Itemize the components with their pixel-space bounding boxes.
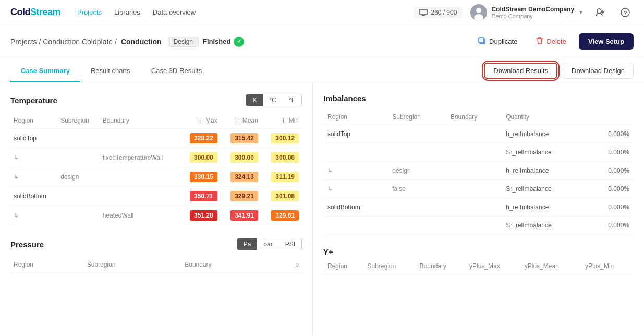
tabs-bar: Case Summary Result charts Case 3D Resul…: [0, 58, 644, 83]
td-tmin: 300.00: [261, 148, 302, 167]
top-nav: ColdStream Projects Libraries Data overv…: [0, 0, 644, 25]
td-region: ↳: [10, 206, 57, 225]
temperature-row: solidBottom 350.71 329.21 301.08: [10, 187, 302, 206]
icol-quantity: Quantity: [502, 111, 587, 125]
td-region: ↳: [10, 148, 57, 167]
td-ivalue: 0.000%: [587, 198, 634, 217]
svg-point-3: [476, 8, 481, 13]
td-tmean: 324.13: [221, 167, 261, 187]
nav-data-overview[interactable]: Data overview: [153, 8, 196, 16]
imbalance-row: solidBottom h_relImbalance 0.000%: [323, 198, 634, 217]
col-region: Region: [10, 115, 57, 129]
td-boundary: [100, 129, 180, 148]
duplicate-button[interactable]: Duplicate: [471, 33, 524, 50]
td-tmax: 330.15: [180, 167, 221, 187]
td-iquantity: Sr_relImbalance: [502, 143, 587, 162]
td-iquantity: h_relImbalance: [502, 162, 587, 180]
tab-case-summary[interactable]: Case Summary: [10, 59, 80, 82]
pressure-title: Pressure: [10, 240, 44, 249]
svg-text:?: ?: [624, 9, 627, 16]
unit-f-button[interactable]: °F: [283, 94, 301, 106]
td-iquantity: Sr_relImbalance: [502, 180, 587, 198]
view-setup-button[interactable]: View Setup: [579, 33, 634, 50]
pcol-region: Region: [10, 259, 84, 273]
col-tmax: T_Max: [180, 115, 221, 129]
y-plus-table: Region Subregion Boundary yPlus_Max yPlu…: [323, 260, 634, 274]
td-tmax: 300.00: [180, 148, 221, 167]
col-tmin: T_Min: [261, 115, 302, 129]
credits-text: 260 / 900: [431, 9, 457, 16]
credits-badge: 260 / 900: [414, 7, 462, 18]
download-results-button[interactable]: Download Results: [484, 63, 557, 79]
breadcrumb-path: Projects / Conduction Coldplate /: [10, 38, 117, 46]
td-ivalue: 0.000%: [587, 125, 634, 143]
td-tmean: 329.21: [221, 187, 261, 206]
unit-psi-button[interactable]: PSI: [279, 238, 301, 250]
td-iquantity: Sr_relImbalance: [502, 217, 587, 235]
ycol-region: Region: [323, 260, 363, 274]
td-iquantity: h_relImbalance: [502, 198, 587, 217]
td-tmean: 300.00: [221, 148, 261, 167]
design-badge: Design: [168, 37, 199, 47]
user-role: Demo Company: [491, 13, 574, 19]
unit-pa-button[interactable]: Pa: [237, 238, 258, 250]
chevron-down-icon: ▼: [578, 9, 584, 15]
nav-projects[interactable]: Projects: [77, 8, 102, 16]
pcol-p: p: [274, 259, 302, 273]
td-iboundary: [446, 217, 502, 235]
y-plus-title: Y+: [323, 247, 634, 256]
unit-c-button[interactable]: °C: [263, 94, 282, 106]
unit-k-button[interactable]: K: [246, 94, 263, 106]
ycol-mean: yPlus_Mean: [520, 260, 581, 274]
td-tmin: 300.12: [261, 129, 302, 148]
td-tmax: 328.22: [180, 129, 221, 148]
td-tmax: 350.71: [180, 187, 221, 206]
td-region: ↳: [10, 167, 57, 187]
td-subregion: [57, 129, 100, 148]
nav-links: Projects Libraries Data overview: [77, 8, 196, 16]
td-iregion: solidTop: [323, 125, 388, 143]
finished-label: Finished: [203, 38, 230, 45]
td-boundary: heatedWall: [100, 206, 180, 225]
delete-button[interactable]: Delete: [530, 33, 573, 50]
svg-rect-0: [420, 9, 427, 15]
user-company: ColdStream DemoCompany: [491, 6, 574, 13]
check-icon: ✓: [234, 37, 244, 47]
breadcrumb-actions: Duplicate Delete View Setup: [471, 33, 634, 50]
temperature-section-header: Temperature K °C °F: [10, 94, 302, 106]
td-isubregion: [388, 125, 446, 143]
nav-right: 260 / 900 ColdStream DemoCompany Demo Co…: [414, 4, 634, 21]
avatar: [470, 4, 487, 21]
user-info[interactable]: ColdStream DemoCompany Demo Company ▼: [470, 4, 584, 21]
user-details: ColdStream DemoCompany Demo Company: [491, 6, 574, 19]
logo[interactable]: ColdStream: [10, 7, 60, 18]
td-ivalue: 0.000%: [587, 162, 634, 180]
imbalance-row: Sr_relImbalance 0.000%: [323, 217, 634, 235]
unit-bar-button[interactable]: bar: [257, 238, 278, 250]
td-iregion: [323, 143, 388, 162]
help-button[interactable]: ?: [617, 4, 634, 21]
td-iboundary: [446, 180, 502, 198]
td-iboundary: [446, 198, 502, 217]
imbalance-row: ↳ design h_relImbalance 0.000%: [323, 162, 634, 180]
imbalance-row: Sr_relImbalance 0.000%: [323, 143, 634, 162]
td-boundary: fixedTemperatureWall: [100, 148, 180, 167]
nav-libraries[interactable]: Libraries: [114, 8, 140, 16]
td-iregion: [323, 217, 388, 235]
download-design-button[interactable]: Download Design: [563, 63, 634, 79]
ycol-boundary: Boundary: [416, 260, 465, 274]
right-panel: Imbalances Region Subregion Boundary Qua…: [313, 83, 644, 335]
td-tmax: 351.28: [180, 206, 221, 225]
download-results-label: Download Results: [493, 67, 548, 75]
td-tmin: 301.08: [261, 187, 302, 206]
tab-case-3d-results[interactable]: Case 3D Results: [141, 59, 213, 82]
col-subregion: Subregion: [57, 115, 100, 129]
imbalances-title: Imbalances: [323, 94, 634, 103]
ycol-subregion: Subregion: [363, 260, 416, 274]
add-users-button[interactable]: [592, 4, 609, 21]
duplicate-label: Duplicate: [489, 38, 517, 45]
td-ivalue: 0.000%: [587, 180, 634, 198]
tab-result-charts[interactable]: Result charts: [80, 59, 141, 82]
td-iboundary: [446, 162, 502, 180]
td-iregion: ↳: [323, 162, 388, 180]
